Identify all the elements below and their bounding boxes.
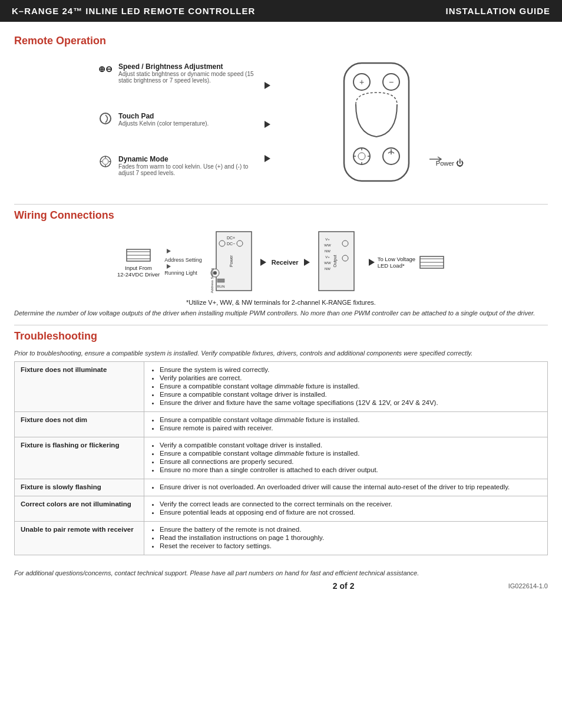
svg-text:NW: NW <box>325 267 330 271</box>
driver-label: Input From 12-24VDC Driver <box>117 265 160 278</box>
solutions-cell: Ensure a compatible constant voltage dim… <box>144 412 548 437</box>
touchpad-icon <box>97 112 114 125</box>
header-title-right: INSTALLATION GUIDE <box>446 6 550 16</box>
svg-rect-32 <box>217 279 224 282</box>
arrow-mid <box>260 259 266 266</box>
solution-item: Ensure a compatible constant voltage dri… <box>160 391 541 398</box>
troubleshooting-intro: Prior to troubleshooting, ensure a compa… <box>14 350 548 357</box>
arrow-power <box>429 155 447 165</box>
troubleshooting-section: Troubleshooting Prior to troubleshooting… <box>14 330 548 555</box>
address-arrows: Address Setting Running Light <box>164 249 202 276</box>
problem-cell: Fixture is slowly flashing <box>15 479 144 496</box>
wiring-footnote: Determine the number of low voltage outp… <box>14 309 548 317</box>
solutions-cell: Ensure the system is wired correctly.Ver… <box>144 362 548 412</box>
svg-text:+: + <box>359 77 364 87</box>
svg-text:−: − <box>389 77 394 87</box>
svg-text:NW: NW <box>325 249 330 253</box>
remote-diagram: ⊕⊖ Speed / Brightness Adjustment Adjust … <box>14 54 548 196</box>
controller-box-right: V+ WW NW V+ WW NW Output <box>313 229 366 295</box>
wiring-note: *Utilize V+, WW, & NW terminals for 2-ch… <box>14 299 548 306</box>
solution-item: Verify polarities are correct. <box>160 374 541 381</box>
solution-item: Ensure the system is wired correctly. <box>160 366 541 373</box>
footer-code: IG022614-1.0 <box>508 582 548 589</box>
svg-text:RUN: RUN <box>217 285 224 288</box>
running-light-label: Running Light <box>164 270 197 276</box>
footer-page: 2 of 2 <box>179 581 508 591</box>
wiring-diagram: Input From 12-24VDC Driver Address Setti… <box>14 229 548 295</box>
remote-operation-section: Remote Operation ⊕⊖ Speed / Brightness A… <box>14 35 548 205</box>
svg-point-12 <box>353 148 370 164</box>
solution-item: Ensure a compatible constant voltage dim… <box>160 450 541 457</box>
svg-text:Output: Output <box>333 255 338 267</box>
solution-item: Ensure all connections are properly secu… <box>160 458 541 465</box>
address-label: Address Setting <box>164 257 202 263</box>
solutions-cell: Verify a compatible constant voltage dri… <box>144 437 548 479</box>
solution-item: Ensure the driver and fixture have the s… <box>160 399 541 406</box>
problem-cell: Correct colors are not illuminating <box>15 496 144 522</box>
controller-box-left: DC+ DC− Power RUN Address Setting <box>204 229 257 295</box>
svg-point-13 <box>358 153 365 160</box>
label-touchpad: Touch Pad Adjusts Kelvin (color temperat… <box>97 112 262 127</box>
problem-cell: Unable to pair remote with receiver <box>15 522 144 555</box>
problem-cell: Fixture does not dim <box>15 412 144 437</box>
solution-item: Ensure a compatible constant voltage dim… <box>160 416 541 423</box>
arrows <box>262 82 273 162</box>
problem-cell: Fixture does not illuminate <box>15 362 144 412</box>
remote-operation-heading: Remote Operation <box>14 35 548 47</box>
solutions-cell: Ensure the battery of the remote is not … <box>144 522 548 555</box>
remote-device: + − <box>276 54 465 196</box>
wiring-heading: Wiring Connections <box>14 209 548 222</box>
arrow-mid2 <box>304 259 310 266</box>
svg-text:WW: WW <box>324 243 331 247</box>
solution-item: Reset the receiver to factory settings. <box>160 542 541 549</box>
arrow-right2 <box>369 259 375 266</box>
dynamic-text: Dynamic Mode Fades from warm to cool kel… <box>118 155 262 176</box>
table-row: Unable to pair remote with receiverEnsur… <box>15 522 548 555</box>
table-row: Fixture does not dimEnsure a compatible … <box>15 412 548 437</box>
receiver-label: Receiver <box>272 259 299 266</box>
table-row: Fixture does not illuminateEnsure the sy… <box>15 362 548 412</box>
label-speed: ⊕⊖ Speed / Brightness Adjustment Adjust … <box>97 62 262 84</box>
speed-icon: ⊕⊖ <box>97 62 114 75</box>
troubleshooting-heading: Troubleshooting <box>14 330 548 342</box>
problem-cell: Fixture is flashing or flickering <box>15 437 144 479</box>
table-row: Correct colors are not illuminatingVerif… <box>15 496 548 522</box>
svg-text:V+: V+ <box>325 238 330 241</box>
svg-text:Power: Power <box>229 255 233 267</box>
table-row: Fixture is slowly flashingEnsure driver … <box>15 479 548 496</box>
touchpad-text: Touch Pad Adjusts Kelvin (color temperat… <box>118 112 209 127</box>
solution-item: Verify the correct leads are connected t… <box>160 500 541 508</box>
table-row: Fixture is flashing or flickeringVerify … <box>15 437 548 479</box>
arrow-touchpad <box>265 121 270 128</box>
svg-text:DC+: DC+ <box>227 236 235 240</box>
troubleshooting-table: Fixture does not illuminateEnsure the sy… <box>14 361 548 555</box>
page-header: K–RANGE 24™ INLINE LED REMOTE CONTROLLER… <box>0 0 562 22</box>
solutions-cell: Verify the correct leads are connected t… <box>144 496 548 522</box>
arrow-dynamic <box>265 155 270 162</box>
remote-labels: ⊕⊖ Speed / Brightness Adjustment Adjust … <box>97 62 262 176</box>
svg-text:V+: V+ <box>325 255 330 259</box>
output-connector <box>419 254 445 271</box>
footer-bottom: 2 of 2 IG022614-1.0 <box>14 581 548 591</box>
svg-text:DC−: DC− <box>227 242 235 246</box>
driver-block: Input From 12-24VDC Driver <box>117 247 160 278</box>
solution-item: Ensure driver is not overloaded. An over… <box>160 483 541 490</box>
footer-note: For additional questions/concerns, conta… <box>14 569 548 577</box>
header-title-left: K–RANGE 24™ INLINE LED REMOTE CONTROLLER <box>12 6 255 16</box>
solution-item: Ensure remote is paired with receiver. <box>160 424 541 431</box>
svg-text:WW: WW <box>324 261 331 265</box>
solution-item: Ensure a compatible constant voltage dim… <box>160 383 541 390</box>
arrow-speed <box>265 82 270 89</box>
svg-text:Address Setting: Address Setting <box>210 268 214 293</box>
output-label: To Low Voltage LED Load* <box>378 256 415 269</box>
output-label-block: To Low Voltage LED Load* <box>378 256 415 269</box>
svg-point-2 <box>103 159 108 164</box>
solutions-cell: Ensure driver is not overloaded. An over… <box>144 479 548 496</box>
solution-item: Read the installation instructions on pa… <box>160 534 541 541</box>
solution-item: Ensure potential leads at opposing end o… <box>160 509 541 516</box>
dynamic-icon <box>97 155 114 168</box>
solution-item: Ensure no more than a single controller … <box>160 466 541 473</box>
label-dynamic: Dynamic Mode Fades from warm to cool kel… <box>97 155 262 176</box>
speed-text: Speed / Brightness Adjustment Adjust sta… <box>118 62 262 84</box>
solution-item: Verify a compatible constant voltage dri… <box>160 442 541 449</box>
